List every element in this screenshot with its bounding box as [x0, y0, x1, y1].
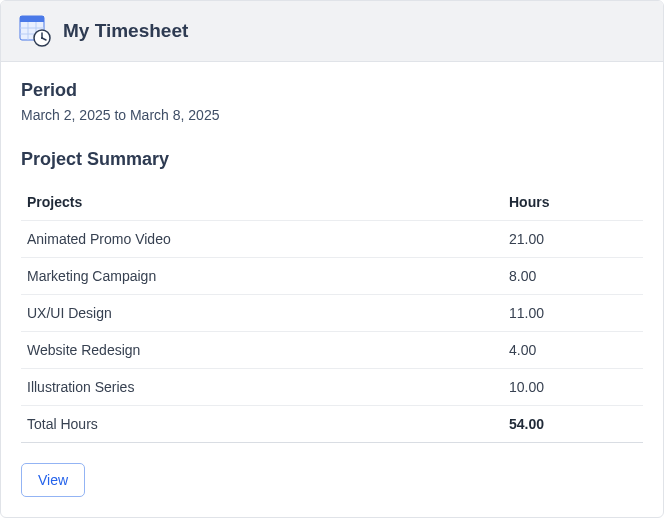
svg-rect-1 — [20, 16, 44, 22]
timesheet-card: My Timesheet Period March 2, 2025 to Mar… — [0, 0, 664, 518]
project-hours: 8.00 — [503, 258, 643, 295]
actions: View — [21, 463, 643, 497]
total-value: 54.00 — [503, 406, 643, 443]
period-heading: Period — [21, 80, 643, 101]
project-name: UX/UI Design — [21, 295, 503, 332]
project-name: Website Redesign — [21, 332, 503, 369]
project-hours: 21.00 — [503, 221, 643, 258]
project-hours: 11.00 — [503, 295, 643, 332]
column-header-hours: Hours — [503, 184, 643, 221]
table-row: Marketing Campaign 8.00 — [21, 258, 643, 295]
table-row: Illustration Series 10.00 — [21, 369, 643, 406]
project-name: Illustration Series — [21, 369, 503, 406]
card-header: My Timesheet — [1, 1, 663, 62]
period-text: March 2, 2025 to March 8, 2025 — [21, 107, 643, 123]
project-summary-heading: Project Summary — [21, 149, 643, 170]
total-label: Total Hours — [21, 406, 503, 443]
card-title: My Timesheet — [63, 20, 188, 42]
table-row: UX/UI Design 11.00 — [21, 295, 643, 332]
project-hours: 4.00 — [503, 332, 643, 369]
view-button[interactable]: View — [21, 463, 85, 497]
svg-point-9 — [41, 37, 43, 39]
timesheet-clock-icon — [19, 15, 51, 47]
total-row: Total Hours 54.00 — [21, 406, 643, 443]
project-hours: 10.00 — [503, 369, 643, 406]
table-row: Animated Promo Video 21.00 — [21, 221, 643, 258]
column-header-projects: Projects — [21, 184, 503, 221]
project-name: Marketing Campaign — [21, 258, 503, 295]
project-name: Animated Promo Video — [21, 221, 503, 258]
project-summary-table: Projects Hours Animated Promo Video 21.0… — [21, 184, 643, 443]
card-body: Period March 2, 2025 to March 8, 2025 Pr… — [1, 62, 663, 517]
table-row: Website Redesign 4.00 — [21, 332, 643, 369]
